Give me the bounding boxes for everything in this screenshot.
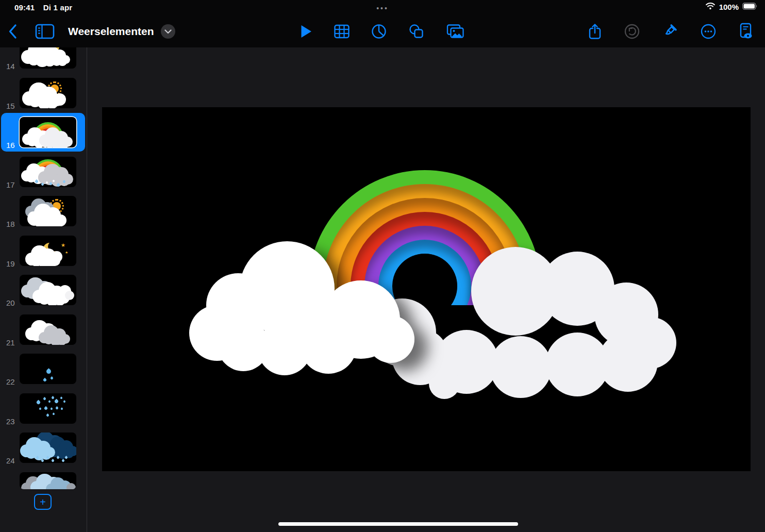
thumb-clouds-partial-icon (20, 472, 76, 489)
title-chevron-down-icon[interactable] (161, 24, 175, 39)
slide-thumbnail-23[interactable]: 23 (0, 393, 87, 424)
thumb-storm-clouds-rain-icon (20, 433, 76, 463)
slide-number: 23 (6, 417, 15, 426)
share-icon[interactable] (588, 23, 602, 40)
slide-list: 14★1516171819★★2021222324 (0, 47, 87, 503)
undo-icon[interactable] (624, 23, 640, 40)
battery-icon (742, 3, 758, 11)
thumb-cloud-sun-icon (20, 78, 76, 108)
chart-pie-icon[interactable] (371, 24, 387, 39)
status-bar: 09:41 Di 1 apr ••• 100% (0, 0, 765, 15)
editor-area (88, 47, 765, 532)
thumb-rain-icon (20, 393, 76, 424)
slide-number: 16 (6, 141, 15, 149)
left-cloud-graphic[interactable] (102, 107, 751, 471)
slide-number: 14 (6, 62, 15, 71)
back-chevron-icon[interactable] (7, 23, 19, 40)
slide-number: 17 (6, 180, 15, 189)
presenter-notes-icon[interactable] (738, 23, 754, 40)
table-icon[interactable] (334, 24, 350, 39)
status-date: Di 1 apr (43, 3, 73, 12)
slide-thumbnail-22[interactable]: 22 (0, 354, 87, 384)
more-ellipsis-icon[interactable] (700, 23, 717, 40)
slide-thumbnail-15[interactable]: 15 (0, 78, 87, 108)
thumb-clouds-sun-icon (20, 196, 76, 226)
slide-navigator: 14★1516171819★★2021222324 + (0, 47, 87, 532)
clock-time: 09:41 (14, 3, 35, 12)
shapes-icon[interactable] (408, 24, 425, 39)
multitask-dots-icon[interactable]: ••• (376, 4, 389, 12)
slide-number: 20 (6, 298, 15, 307)
play-icon[interactable] (300, 24, 312, 39)
slide-number: 24 (6, 456, 15, 465)
thumb-clouds-mixed-icon (20, 275, 76, 305)
slide-number: 15 (6, 102, 15, 110)
home-indicator[interactable] (278, 522, 518, 526)
slide-navigator-icon[interactable] (35, 23, 55, 40)
media-photos-icon[interactable] (446, 24, 465, 39)
thumb-cloud-moon-icon: ★ (20, 47, 76, 69)
slide-thumbnail-21[interactable]: 21 (0, 314, 87, 345)
battery-percent: 100% (719, 3, 739, 11)
slide-number: 18 (6, 220, 15, 228)
thumb-drizzle-icon (20, 354, 76, 384)
document-title[interactable]: Weerselementen (68, 25, 154, 38)
slide-thumbnail-17[interactable]: 17 (0, 157, 87, 187)
slide-canvas[interactable] (102, 107, 751, 471)
keynote-app: 09:41 Di 1 apr ••• 100% Weerselementen (0, 0, 765, 532)
slide-number: 22 (6, 377, 15, 386)
slide-thumbnail-16[interactable]: 16 (0, 117, 87, 147)
slide-thumbnail-18[interactable]: 18 (0, 196, 87, 226)
thumb-clouds-gray-icon (20, 314, 76, 345)
thumb-rainbow-clouds-icon (20, 117, 76, 147)
thumb-rainbow-rain-icon (20, 157, 76, 187)
slide-number: 21 (6, 338, 15, 347)
slide-number: 19 (6, 259, 15, 268)
slide-thumbnail-19[interactable]: 19★★ (0, 236, 87, 266)
slide-thumbnail-20[interactable]: 20 (0, 275, 87, 305)
wifi-icon (705, 2, 716, 11)
add-slide-button[interactable]: + (34, 494, 52, 510)
toolbar: Weerselementen (0, 15, 765, 47)
slide-thumbnail-24[interactable]: 24 (0, 433, 87, 463)
slide-thumbnail-14[interactable]: 14★ (0, 47, 87, 69)
thumb-cloud-moon-stars-icon: ★★ (20, 236, 76, 266)
format-brush-icon[interactable] (662, 23, 678, 40)
